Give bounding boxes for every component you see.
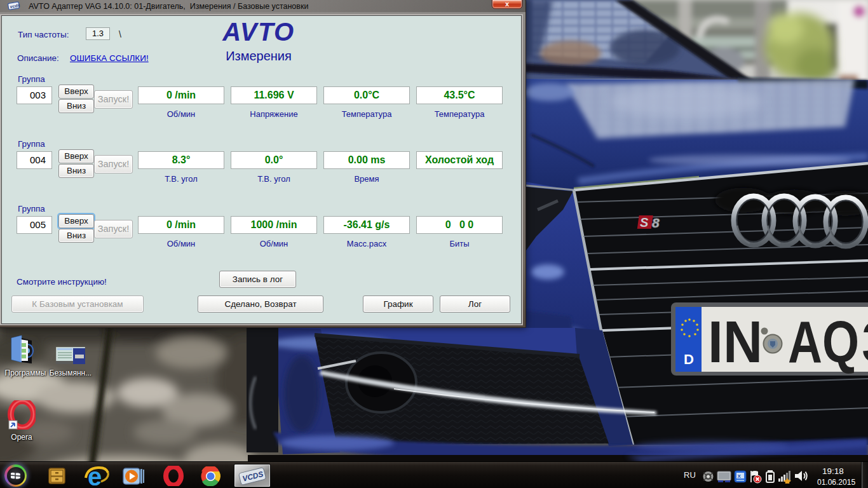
svg-text:8: 8	[652, 215, 660, 230]
svg-text:X: X	[738, 473, 742, 479]
svg-text:S: S	[640, 215, 649, 229]
svg-text:AQ: AQ	[788, 309, 859, 374]
svg-text:D: D	[684, 351, 694, 367]
svg-text:3: 3	[862, 309, 868, 374]
svg-text:IN: IN	[708, 309, 763, 374]
